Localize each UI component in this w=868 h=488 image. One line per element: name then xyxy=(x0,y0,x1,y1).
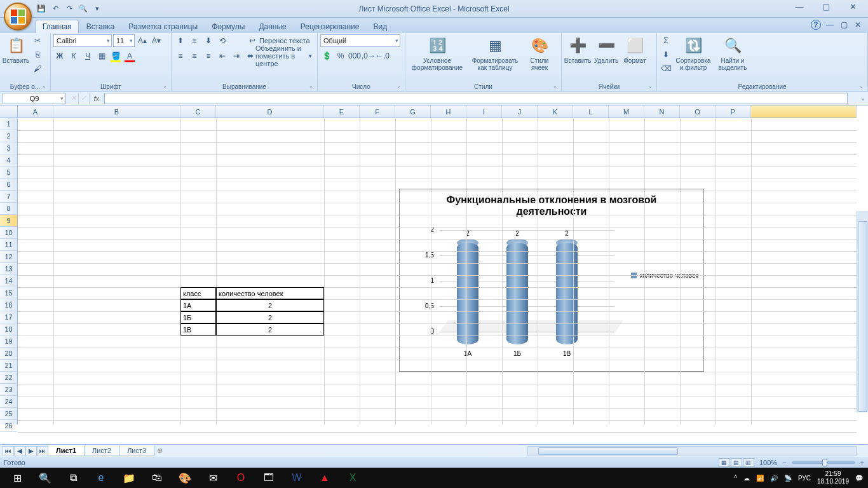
column-header-O[interactable]: O xyxy=(680,105,715,118)
expand-formula-bar-icon[interactable]: ⌄ xyxy=(858,95,868,102)
autosum-icon[interactable]: Σ xyxy=(660,34,672,47)
align-left-icon[interactable]: ≡ xyxy=(174,50,187,62)
column-header-N[interactable]: N xyxy=(644,105,680,118)
tray-notifications-icon[interactable]: 💬 xyxy=(855,475,863,482)
merge-center-button[interactable]: ⬌Объединить и поместить в центре▾ xyxy=(245,50,315,62)
row-header-11[interactable]: 11 xyxy=(0,239,17,251)
row-header-4[interactable]: 4 xyxy=(0,154,17,166)
ribbon-minimize-icon[interactable]: — xyxy=(825,20,835,30)
tray-chevron-icon[interactable]: ^ xyxy=(734,475,737,482)
column-header-J[interactable]: J xyxy=(502,105,538,118)
thousands-icon[interactable]: 000 xyxy=(348,50,361,62)
row-header-14[interactable]: 14 xyxy=(0,275,17,287)
row-header-19[interactable]: 19 xyxy=(0,336,17,348)
decrease-decimal-icon[interactable]: ←,0 xyxy=(376,50,389,62)
name-box[interactable]: Q9 xyxy=(3,93,66,104)
tab-formulas[interactable]: Формулы xyxy=(205,20,251,33)
paste-button[interactable]: 📋Вставить xyxy=(3,34,29,65)
cell-styles-button[interactable]: 🎨Стили ячеек xyxy=(524,34,555,72)
task-view-icon[interactable]: ⧉ xyxy=(61,469,85,487)
ribbon-close-icon[interactable]: ✕ xyxy=(853,20,863,30)
row-header-23[interactable]: 23 xyxy=(0,384,17,396)
new-sheet-icon[interactable]: ⊕ xyxy=(157,447,163,455)
fill-icon[interactable]: ⬇ xyxy=(660,48,672,61)
vertical-scrollbar[interactable] xyxy=(857,211,868,412)
orientation-icon[interactable]: ⟲ xyxy=(216,34,229,47)
row-header-26[interactable]: 26 xyxy=(0,420,17,432)
view-normal-icon[interactable]: ▦ xyxy=(719,458,730,467)
tray-onedrive-icon[interactable]: ☁ xyxy=(743,475,750,482)
fx-icon[interactable]: fx xyxy=(90,93,104,104)
help-icon[interactable]: ? xyxy=(811,20,821,30)
italic-icon[interactable]: К xyxy=(67,50,80,62)
delete-cells-button[interactable]: ➖Удалить xyxy=(593,34,620,65)
tab-home[interactable]: Главная xyxy=(36,20,79,33)
start-button[interactable]: ⊞ xyxy=(5,469,29,487)
sheet-nav-last-icon[interactable]: ⏭ xyxy=(37,446,48,456)
cell[interactable]: 1В xyxy=(180,323,216,336)
find-select-button[interactable]: 🔍Найти и выделить xyxy=(714,34,751,72)
copy-icon[interactable]: ⎘ xyxy=(31,48,44,61)
tray-clock[interactable]: 21:59 18.10.2019 xyxy=(817,470,849,485)
clear-icon[interactable]: ⌫ xyxy=(660,62,672,75)
underline-icon[interactable]: Ч xyxy=(81,50,94,62)
worksheet-grid[interactable]: ABCDEFGHIJKLMNOP 12345678910111213141516… xyxy=(0,105,868,436)
cells-area[interactable]: Функциональные отклонения в мозговой дея… xyxy=(18,118,857,424)
bold-icon[interactable]: Ж xyxy=(53,50,66,62)
column-header-E[interactable]: E xyxy=(324,105,360,118)
row-header-22[interactable]: 22 xyxy=(0,372,17,384)
tray-volume-icon[interactable]: 🔊 xyxy=(770,475,778,482)
column-header-F[interactable]: F xyxy=(360,105,395,118)
excel-icon[interactable]: X xyxy=(341,469,365,487)
sheet-tab[interactable]: Лист3 xyxy=(119,445,154,456)
row-header-16[interactable]: 16 xyxy=(0,299,17,311)
cell[interactable]: 1Б xyxy=(180,311,216,323)
row-header-9[interactable]: 9 xyxy=(0,215,17,227)
tray-language[interactable]: РУС xyxy=(798,475,811,482)
format-cells-button[interactable]: ⬜Формат xyxy=(621,34,648,65)
zoom-in-icon[interactable]: + xyxy=(860,459,864,466)
store-icon[interactable]: 🛍 xyxy=(145,469,169,487)
app1-icon[interactable]: 🗔 xyxy=(257,469,281,487)
tray-network-icon[interactable]: 📶 xyxy=(756,475,764,482)
row-header-12[interactable]: 12 xyxy=(0,251,17,263)
decrease-indent-icon[interactable]: ⇤ xyxy=(216,50,229,62)
column-header-G[interactable]: G xyxy=(395,105,431,118)
cell[interactable]: класс xyxy=(180,287,216,299)
column-header-L[interactable]: L xyxy=(573,105,609,118)
sheet-nav-first-icon[interactable]: ⏮ xyxy=(3,446,14,456)
conditional-formatting-button[interactable]: 🔢Условное форматирование xyxy=(408,34,466,72)
row-header-15[interactable]: 15 xyxy=(0,287,17,299)
format-as-table-button[interactable]: ▦Форматировать как таблицу xyxy=(468,34,522,72)
embedded-chart[interactable]: Функциональные отклонения в мозговой дея… xyxy=(399,189,704,372)
column-header-D[interactable]: D xyxy=(216,105,324,118)
font-size-combo[interactable]: 11 xyxy=(113,34,135,47)
column-header-I[interactable]: I xyxy=(466,105,502,118)
view-page-break-icon[interactable]: ▥ xyxy=(743,458,754,467)
row-header-13[interactable]: 13 xyxy=(0,263,17,275)
sheet-tab[interactable]: Лист2 xyxy=(84,445,119,456)
paint-icon[interactable]: 🎨 xyxy=(173,469,197,487)
office-button[interactable] xyxy=(4,3,32,30)
increase-indent-icon[interactable]: ⇥ xyxy=(230,50,243,62)
column-header-B[interactable]: B xyxy=(53,105,180,118)
zoom-out-icon[interactable]: − xyxy=(782,459,786,466)
zoom-level[interactable]: 100% xyxy=(759,459,777,466)
row-header-21[interactable]: 21 xyxy=(0,360,17,372)
currency-icon[interactable]: 💲 xyxy=(320,50,333,62)
tab-view[interactable]: Вид xyxy=(367,20,393,33)
close-button[interactable]: ✕ xyxy=(840,0,865,13)
view-page-layout-icon[interactable]: ▤ xyxy=(731,458,742,467)
sheet-nav-prev-icon[interactable]: ◀ xyxy=(14,446,25,456)
column-headers[interactable]: ABCDEFGHIJKLMNOP xyxy=(18,105,857,118)
fill-color-icon[interactable]: 🪣 xyxy=(109,50,122,62)
cell[interactable]: количество человек xyxy=(216,287,324,299)
formula-input[interactable] xyxy=(104,93,848,104)
tab-review[interactable]: Рецензирование xyxy=(294,20,366,33)
row-header-10[interactable]: 10 xyxy=(0,227,17,239)
print-preview-icon[interactable]: 🔍 xyxy=(78,3,89,15)
sheet-tab[interactable]: Лист1 xyxy=(48,445,85,456)
ribbon-restore-icon[interactable]: ▢ xyxy=(839,20,849,30)
minimize-button[interactable]: — xyxy=(787,0,812,13)
zoom-slider[interactable] xyxy=(792,461,855,464)
